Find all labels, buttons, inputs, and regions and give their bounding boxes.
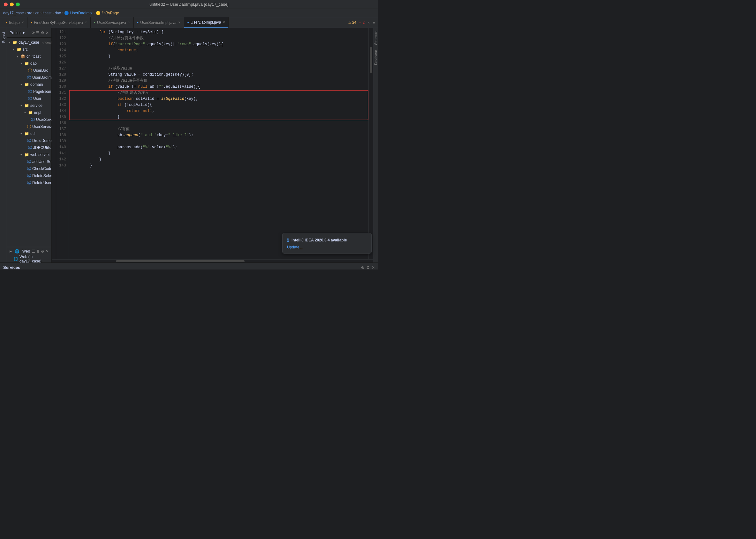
tab-finduser[interactable]: ● FindUserByPageServlet.java ✕ [28, 17, 91, 28]
tree-item-pagebean[interactable]: ▶ Ⓒ PageBean [7, 88, 51, 95]
tab-icon: ● [6, 21, 7, 24]
project-panel-tab[interactable]: Project [1, 29, 6, 45]
breakpoint-gutter[interactable] [52, 28, 56, 259]
breadcrumb-item-2[interactable]: src [27, 11, 32, 15]
web-close-icon[interactable]: ✕ [46, 249, 49, 254]
tab-close-icon[interactable]: ✕ [178, 21, 181, 24]
code-line-134: return null; [71, 108, 366, 114]
notification-title: IntelliJ IDEA 2020.3.4 available [292, 238, 347, 242]
code-line-141: } [71, 151, 366, 157]
web-settings-icon[interactable]: ⚙ [41, 249, 45, 254]
tree-item-root[interactable]: ▼ 📁 day17_case ~/IdeaProjects [7, 39, 51, 46]
warnings-count[interactable]: ⚠ 24 [348, 21, 356, 25]
breadcrumb-item-5[interactable]: dao [54, 11, 61, 15]
tree-item-dao[interactable]: ▼ 📁 dao [7, 60, 51, 67]
breadcrumb-item-4[interactable]: itcast [43, 11, 51, 15]
services-header-actions[interactable]: ⊕ ⚙ ✕ [361, 266, 375, 270]
services-settings-icon[interactable]: ⚙ [366, 266, 370, 270]
tree-item-webservlet[interactable]: ▼ 📁 web.servlet [7, 151, 51, 158]
code-line-137: //有值 [71, 126, 366, 132]
vertical-scrollbar[interactable] [368, 28, 373, 259]
tree-label: addUserServlet [32, 159, 51, 164]
tree-item-domain[interactable]: ▼ 📁 domain [7, 81, 51, 88]
code-line-139 [71, 138, 366, 144]
minimize-button[interactable] [10, 3, 14, 6]
folder-icon: 📁 [24, 103, 29, 108]
class-icon: Ⓒ [28, 145, 32, 151]
services-title: Services [3, 265, 21, 270]
code-line-126 [71, 60, 366, 66]
left-panel-tabs: Project [0, 28, 7, 263]
web-actions[interactable]: ☰ ⇅ ⚙ ✕ [32, 249, 49, 254]
horizontal-scrollbar[interactable] [52, 259, 373, 263]
services-add-icon[interactable]: ⊕ [361, 266, 364, 270]
code-line-140: params.add("%"+value+"%"); [71, 144, 366, 151]
tab-list-jsp[interactable]: ● list.jsp ✕ [3, 17, 28, 28]
tree-item-userserviceim[interactable]: ▶ Ⓒ UserServiceIm [7, 116, 51, 123]
code-line-135: } [71, 114, 366, 120]
tree-item-userservice[interactable]: ▶ Ⓘ UserService [7, 123, 51, 130]
code-line-131: //判断是否为注入 [71, 90, 366, 96]
code-line-124: continue; [71, 47, 366, 53]
database-panel-tab[interactable]: Database [373, 47, 378, 68]
breadcrumb-item-7[interactable]: 🟡 finByPage [96, 11, 119, 15]
close-button[interactable] [4, 3, 8, 6]
tree-item-cn-itcast[interactable]: ▼ 📦 cn.itcast [7, 53, 51, 60]
structure-panel-tab[interactable]: Structure [373, 28, 378, 47]
breadcrumb-item-1[interactable]: day17_case [3, 11, 24, 15]
code-line-121: for (String key : keySets) { [71, 29, 366, 36]
update-link[interactable]: Update... [287, 245, 303, 249]
tree-item-userdao[interactable]: ▶ Ⓘ UserDao [7, 67, 51, 74]
sync-icon[interactable]: ⟳ [32, 31, 35, 35]
tree-label: DeleteSelectSer [32, 174, 51, 178]
code-line-128: String value = condition.get(key)[0]; [71, 72, 366, 78]
window-controls[interactable] [4, 3, 20, 6]
tree-label: impl [34, 110, 41, 115]
tree-item-checkcodeserv[interactable]: ▶ Ⓒ CheckCodeServ [7, 165, 51, 172]
tree-item-adduserservlet[interactable]: ▶ Ⓒ addUserServlet [7, 158, 51, 165]
web-tree-item[interactable]: 🌐 Web (in day17_case) [7, 256, 51, 263]
breadcrumb-item-3[interactable]: cn [36, 11, 40, 15]
errors-count[interactable]: ✓ 2 [359, 21, 365, 25]
tree-item-service[interactable]: ▼ 📁 service [7, 102, 51, 109]
tab-close-icon[interactable]: ✕ [21, 21, 24, 24]
web-align-icon[interactable]: ☰ [32, 249, 35, 254]
tree-item-user[interactable]: ▶ Ⓒ User [7, 95, 51, 102]
tree-item-src[interactable]: ▼ 📁 src [7, 46, 51, 53]
tab-userdaoimpl[interactable]: ● UserDaoImpl.java ✕ [184, 17, 229, 28]
tree-item-jdbcutils[interactable]: ▶ Ⓒ JDBCUtils [7, 144, 51, 151]
web-item-label: Web (in day17_case) [20, 255, 51, 264]
collapse-all-icon[interactable]: ☰ [36, 31, 40, 35]
code-line-130: if (value != null && !"".equals(value)){ [71, 84, 366, 90]
tab-userservice[interactable]: ● UserService.java ✕ [91, 17, 134, 28]
tree-label: PageBean [33, 89, 51, 94]
code-line-122: //排除分页条件参数 [71, 36, 366, 41]
code-scroll-area[interactable]: 121 122 123 124 125 126 127 128 129 130 … [52, 28, 373, 259]
tab-close-icon[interactable]: ✕ [85, 21, 87, 24]
code-content[interactable]: for (String key : keySets) { //排除分页条件参数 … [69, 28, 368, 259]
tree-item-druiddemo[interactable]: ▶ Ⓒ DruidDemo [7, 137, 51, 144]
tree-item-util[interactable]: ▼ 📁 util [7, 130, 51, 137]
tree-label: day17_case [19, 40, 39, 45]
code-line-127: //获取value [71, 66, 366, 72]
tab-userserviceimpl[interactable]: ● UserServiceImpl.java ✕ [134, 17, 184, 28]
sidebar-actions[interactable]: ⟳ ☰ ⚙ ✕ [32, 31, 49, 35]
maximize-button[interactable] [16, 3, 20, 6]
expand-icon[interactable]: ∧ [367, 21, 370, 25]
tab-close-icon[interactable]: ✕ [223, 21, 225, 24]
interface-icon: Ⓘ [27, 124, 31, 129]
tree-item-deleteselect[interactable]: ▶ Ⓒ DeleteSelectSer [7, 172, 51, 179]
close-sidebar-icon[interactable]: ✕ [46, 31, 49, 35]
settings-icon[interactable]: ⚙ [41, 31, 45, 35]
window-title: untitled2 – UserDaoImpl.java [day17_case… [149, 2, 229, 7]
web-sort-icon[interactable]: ⇅ [37, 249, 40, 254]
tree-item-impl[interactable]: ▼ 📁 impl [7, 109, 51, 116]
breadcrumb-item-6[interactable]: 🔵 UserDaoImpl [64, 11, 92, 15]
tab-close-icon[interactable]: ✕ [128, 21, 130, 24]
tree-item-deleteuserservl[interactable]: ▶ Ⓒ DeleteUserServl [7, 179, 51, 186]
folder-icon: 📁 [17, 47, 21, 52]
services-close-icon[interactable]: ✕ [372, 266, 375, 270]
tree-item-userdaoimpl[interactable]: ▶ Ⓒ UserDaoImpl [7, 74, 51, 81]
collapse-icon[interactable]: ∨ [373, 21, 375, 25]
class-icon: Ⓒ [27, 138, 31, 143]
